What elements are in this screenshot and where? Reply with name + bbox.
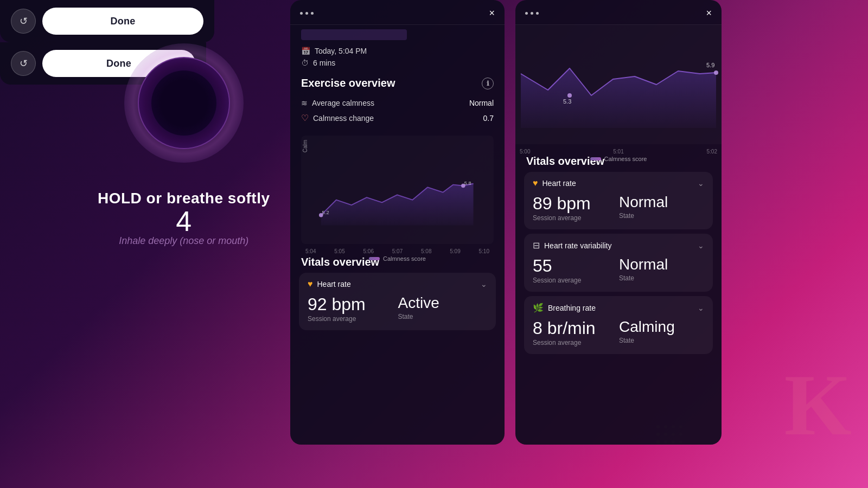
vitals-overview-right: Vitals overview ♥ Heart rate ⌄ 89 bpm Se… (515, 149, 722, 354)
legend-dot-left (369, 257, 380, 260)
heart-rate-statelabel-right: State (619, 212, 704, 220)
left-panel: × 📅 Today, 5:04 PM ⏱ 6 mins Exercise ove… (290, 0, 505, 445)
left-panel-close-button[interactable]: × (489, 8, 495, 19)
right-chart-label2: 5.9 (706, 62, 714, 68)
dot-r2 (531, 12, 533, 15)
breathing-rate-header-right[interactable]: 🌿 Breathing rate ⌄ (524, 296, 713, 317)
avg-calmness-value: Normal (469, 99, 494, 107)
hrv-header-right[interactable]: ⊟ Heart rate variability ⌄ (524, 234, 713, 255)
heart-rate-value-right: 89 bpm (533, 195, 618, 212)
breathing-icon: 🌿 (533, 303, 544, 313)
right-chart-label1: 5.3 (563, 98, 571, 105)
left-panel-bottom-bar: ↺ Done (0, 0, 214, 42)
breathing-rate-state-right: Calming (619, 319, 704, 335)
right-chart-svg: 5.3 5.9 (515, 25, 722, 144)
left-panel-header: × (290, 0, 505, 25)
right-chart-legend: Calmness score (515, 155, 722, 165)
session-date: Today, 5:04 PM (315, 47, 367, 55)
breathing-rate-value-right: 8 br/min (533, 319, 618, 337)
breathing-rate-card-right: 🌿 Breathing rate ⌄ 8 br/min Session aver… (524, 296, 713, 354)
breathing-instruction: HOLD or breathe softly (98, 190, 270, 207)
heart-rate-label-right: Heart rate (542, 179, 576, 188)
left-calmness-chart: Calm 5.2 5.8 5:04 5:05 5:06 5:07 5:08 (301, 136, 494, 244)
breathing-rate-statelabel-right: State (619, 337, 704, 344)
calmness-change-label: Calmness change (313, 114, 374, 123)
decorative-k: K (784, 355, 852, 455)
heart-rate-card-right: ♥ Heart rate ⌄ 89 bpm Session average No… (524, 172, 713, 229)
legend-label-right: Calmness score (604, 156, 647, 162)
breathing-ring (124, 43, 244, 163)
heart-icon-left: ♥ (308, 279, 313, 289)
left-panel-title-bar (301, 29, 407, 40)
heart-rate-card-left: ♥ Heart rate ⌄ 92 bpm Session average Ac… (299, 273, 496, 330)
heart-rate-sublabel-left: Session average (308, 315, 397, 323)
heart-rate-label-left: Heart rate (317, 280, 351, 288)
heart-rate-statelabel-left: State (398, 313, 488, 320)
dot3 (311, 12, 314, 15)
breathing-next: Inhale deeply (nose or mouth) (98, 235, 270, 247)
left-panel-meta: 📅 Today, 5:04 PM ⏱ 6 mins (290, 42, 505, 69)
breathing-countdown: 4 (98, 207, 270, 235)
hrv-icon: ⊟ (533, 240, 540, 251)
right-panel-more-button[interactable] (525, 12, 539, 15)
ring-core (151, 70, 216, 136)
calendar-icon: 📅 (301, 47, 310, 55)
heart-rate-state-left: Active (398, 296, 488, 311)
right-chart-dot2 (714, 70, 718, 75)
heart-rate-state-right: Normal (619, 195, 704, 210)
chevron-down-icon-hr-right: ⌄ (698, 179, 704, 188)
calmness-change-row: ♡ Calmness change 0.7 (301, 110, 494, 126)
hrv-card-right: ⊟ Heart rate variability ⌄ 55 Session av… (524, 234, 713, 292)
avg-calmness-label: Average calmness (312, 99, 374, 107)
hrv-state-right: Normal (619, 257, 704, 272)
breathing-rate-label-right: Breathing rate (548, 304, 596, 312)
breathing-rate-stats-right: 8 br/min Session average Calming State (524, 317, 713, 354)
heart-outline-icon: ♡ (301, 113, 309, 123)
timer-icon: ⏱ (301, 59, 309, 67)
heart-icon-right: ♥ (533, 178, 538, 188)
chart-end-label: 5.8 (464, 181, 471, 186)
chevron-down-icon-hrv: ⌄ (698, 241, 704, 250)
left-refresh-button[interactable]: ↺ (11, 9, 36, 34)
dot1 (300, 12, 303, 15)
chevron-down-icon-left: ⌄ (481, 280, 487, 288)
wind-icon: ≋ (301, 99, 308, 107)
legend-dot-right (590, 157, 601, 160)
left-panel-more-button[interactable] (300, 12, 314, 15)
breathing-ui: HOLD or breathe softly 4 Inhale deeply (… (98, 43, 270, 247)
chart-legend: Calmness score (301, 254, 494, 265)
chart-y-label: Calm (302, 140, 308, 152)
chevron-down-icon-br: ⌄ (698, 304, 704, 312)
chart-svg: 5.2 5.8 (301, 136, 494, 244)
right-refresh-button[interactable]: ↺ (11, 51, 36, 76)
hrv-value-right: 55 (533, 257, 618, 274)
heart-rate-header-right[interactable]: ♥ Heart rate ⌄ (524, 172, 713, 192)
session-duration: 6 mins (313, 59, 335, 67)
breathing-rate-sublabel-right: Session average (533, 339, 618, 346)
right-panel-close-button[interactable]: × (706, 8, 712, 19)
info-button[interactable]: ℹ (482, 78, 494, 89)
heart-rate-stats-right: 89 bpm Session average Normal State (524, 192, 713, 229)
right-top-chart: 5.3 5.9 5:00 5:01 5:02 Calmness score (515, 25, 722, 144)
hrv-label-right: Heart rate variability (544, 241, 612, 250)
exercise-overview-section: Exercise overview ℹ ≋ Average calmness N… (290, 69, 505, 131)
exercise-overview-title: Exercise overview ℹ (301, 77, 494, 89)
legend-label-left: Calmness score (383, 255, 426, 262)
heart-rate-value-left: 92 bpm (308, 296, 397, 313)
hrv-statelabel-right: State (619, 274, 704, 282)
heart-rate-sublabel-right: Session average (533, 214, 618, 222)
right-panel-header: × (515, 0, 722, 25)
avg-calmness-row: ≋ Average calmness Normal (301, 96, 494, 110)
heart-rate-header-left[interactable]: ♥ Heart rate ⌄ (299, 273, 496, 293)
chart-start-label: 5.2 (322, 210, 329, 215)
right-chart-dot1 (567, 93, 572, 98)
left-done-button[interactable]: Done (42, 8, 203, 35)
chart-x-labels: 5:04 5:05 5:06 5:07 5:08 5:09 5:10 (301, 246, 494, 254)
right-chart-x-labels: 5:00 5:01 5:02 (515, 146, 722, 155)
calmness-change-value: 0.7 (483, 114, 494, 123)
hrv-stats-right: 55 Session average Normal State (524, 255, 713, 292)
dot-r1 (525, 12, 528, 15)
right-panel: × 5.3 5.9 5:00 5:01 5:02 C (515, 0, 722, 445)
heart-rate-stats-left: 92 bpm Session average Active State (299, 293, 496, 330)
dot-r3 (536, 12, 539, 15)
